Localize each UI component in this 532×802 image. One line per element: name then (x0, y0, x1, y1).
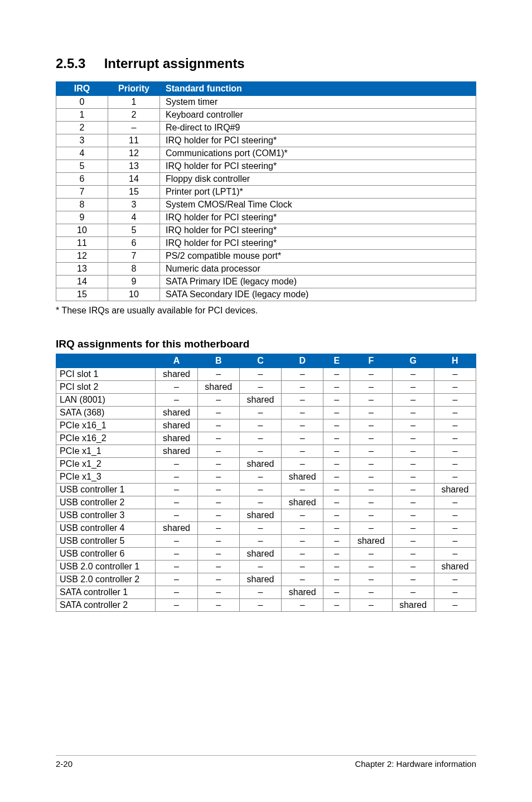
table-cell: System CMOS/Real Time Clock (160, 199, 476, 211)
mb-col-header: E (323, 354, 350, 368)
table-cell: – (197, 599, 239, 612)
table-cell: – (350, 394, 392, 407)
table-cell: SATA Secondary IDE (legacy mode) (160, 288, 476, 301)
table-cell: – (434, 432, 476, 445)
table-cell: 3 (108, 199, 160, 211)
table-row: LAN (8001)––shared––––– (56, 394, 476, 407)
table-cell: – (282, 394, 323, 407)
table-row: SATA controller 1–––shared–––– (56, 586, 476, 599)
irq-header-func: Standard function (160, 82, 476, 96)
table-cell: – (323, 381, 350, 394)
table-cell: – (282, 419, 323, 432)
table-cell: – (282, 548, 323, 561)
table-cell: 13 (56, 263, 108, 276)
table-row: SATA (368)shared––––––– (56, 407, 476, 419)
table-cell: – (392, 419, 434, 432)
page: 2.5.3 Interrupt assignments IRQ Priority… (0, 0, 532, 802)
table-cell: Keyboard controller (160, 109, 476, 122)
table-row: 614Floppy disk controller (56, 173, 476, 186)
table-cell: – (239, 599, 281, 612)
table-cell: – (434, 496, 476, 509)
table-cell: – (239, 535, 281, 548)
table-cell: – (350, 484, 392, 496)
mb-col-header: B (197, 354, 239, 368)
table-cell: – (434, 381, 476, 394)
table-row: 138Numeric data processor (56, 263, 476, 276)
table-cell: – (239, 445, 281, 458)
table-cell: – (434, 458, 476, 471)
table-cell: – (350, 445, 392, 458)
table-row: PCIe x1_1shared––––––– (56, 445, 476, 458)
table-row: 01System timer (56, 96, 476, 109)
table-cell: – (239, 381, 281, 394)
table-cell: – (282, 484, 323, 496)
table-cell: – (392, 432, 434, 445)
table-cell: – (434, 407, 476, 419)
table-cell: – (156, 599, 197, 612)
table-cell: – (392, 496, 434, 509)
table-cell: PS/2 compatible mouse port* (160, 250, 476, 263)
table-row: PCIe x16_1shared––––––– (56, 419, 476, 432)
table-cell: 5 (56, 160, 108, 173)
table-cell: – (434, 445, 476, 458)
table-cell: – (434, 599, 476, 612)
table-cell: IRQ holder for PCI steering* (160, 237, 476, 250)
table-cell: – (156, 573, 197, 586)
table-cell: – (392, 522, 434, 535)
mb-col-header: G (392, 354, 434, 368)
mb-row-label: LAN (8001) (56, 394, 156, 407)
table-cell: – (350, 381, 392, 394)
table-cell: – (392, 471, 434, 484)
table-cell: – (434, 548, 476, 561)
table-cell: – (434, 509, 476, 522)
table-cell: – (197, 368, 239, 381)
table-cell: – (239, 432, 281, 445)
table-cell: – (434, 394, 476, 407)
table-cell: – (323, 471, 350, 484)
table-cell: – (350, 496, 392, 509)
table-cell: – (197, 522, 239, 535)
table-cell: 11 (56, 237, 108, 250)
table-cell: shared (156, 407, 197, 419)
mb-row-label: PCI slot 1 (56, 368, 156, 381)
table-cell: – (197, 432, 239, 445)
table-cell: shared (197, 381, 239, 394)
table-cell: – (156, 381, 197, 394)
table-cell: – (197, 445, 239, 458)
table-cell: 5 (108, 224, 160, 237)
mb-row-label: USB controller 4 (56, 522, 156, 535)
table-row: 715Printer port (LPT1)* (56, 186, 476, 199)
table-cell: – (350, 573, 392, 586)
table-cell: – (323, 561, 350, 573)
table-cell: shared (282, 471, 323, 484)
table-cell: 13 (108, 160, 160, 173)
table-cell: – (156, 394, 197, 407)
section-number: 2.5.3 (56, 56, 100, 71)
table-cell: – (323, 573, 350, 586)
table-cell: – (239, 496, 281, 509)
table-cell: – (239, 586, 281, 599)
table-cell: Floppy disk controller (160, 173, 476, 186)
table-cell: – (282, 432, 323, 445)
table-cell: – (434, 573, 476, 586)
table-cell: Communications port (COM1)* (160, 147, 476, 160)
table-cell: – (282, 509, 323, 522)
table-cell: – (197, 407, 239, 419)
table-cell: – (350, 432, 392, 445)
table-cell: – (156, 496, 197, 509)
table-cell: – (197, 458, 239, 471)
table-cell: – (392, 407, 434, 419)
mb-row-label: PCIe x16_1 (56, 419, 156, 432)
table-cell: – (282, 561, 323, 573)
table-cell: – (392, 573, 434, 586)
table-cell: 6 (56, 173, 108, 186)
table-cell: – (350, 561, 392, 573)
table-cell: – (197, 561, 239, 573)
table-cell: – (239, 471, 281, 484)
table-cell: – (350, 509, 392, 522)
table-cell: – (156, 561, 197, 573)
table-cell: – (323, 484, 350, 496)
table-cell: shared (156, 368, 197, 381)
table-cell: shared (156, 445, 197, 458)
table-cell: – (392, 509, 434, 522)
